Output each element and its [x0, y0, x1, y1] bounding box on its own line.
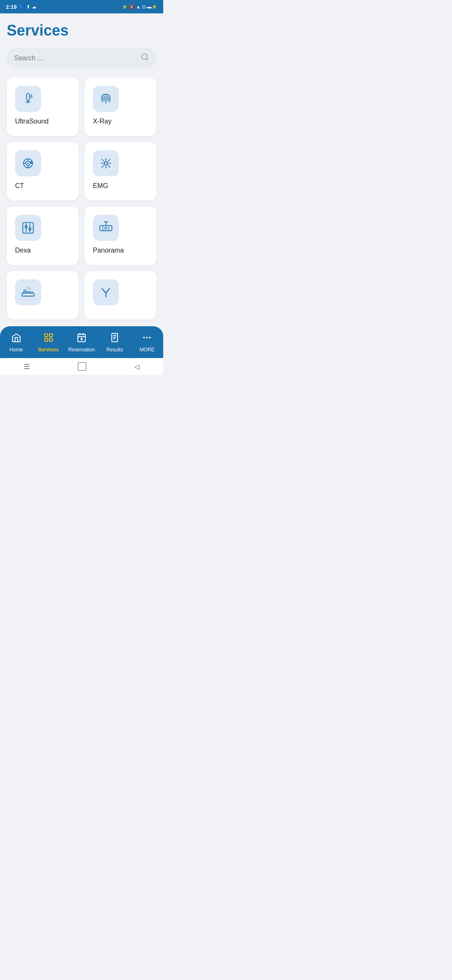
reservation-icon [77, 333, 87, 345]
service-card-ultrasound[interactable]: UltraSound [7, 77, 79, 136]
svg-point-26 [109, 159, 110, 160]
services-grid: UltraSound X-Ray [7, 77, 157, 326]
emg-icon-bg [93, 150, 119, 176]
android-nav: ☰ ◁ [0, 358, 163, 375]
nav-results[interactable]: Results [102, 333, 127, 353]
svg-point-27 [101, 163, 102, 164]
svg-point-28 [110, 163, 111, 164]
bt-icon: ⚡ [122, 4, 128, 10]
svg-rect-47 [49, 334, 52, 337]
services-label: Services [38, 347, 59, 353]
services-icon [44, 333, 54, 345]
battery-icon: ▬⚡ [147, 4, 157, 10]
xray-label: X-Ray [93, 118, 111, 125]
dexa-icon-bg [15, 215, 41, 241]
service-card-xray[interactable]: X-Ray [85, 77, 157, 136]
main-content: Services U [0, 13, 163, 326]
search-input[interactable] [14, 54, 137, 62]
status-right: ⚡ 🔇 ▲ ⊡ ▬⚡ [122, 4, 157, 10]
svg-point-40 [105, 227, 107, 229]
search-bar[interactable] [7, 48, 157, 68]
service-card-panorama[interactable]: Panorama [85, 206, 157, 265]
bluetooth-icon: 🔵 [18, 4, 25, 10]
page-title: Services [7, 22, 157, 39]
ct-label: CT [15, 182, 24, 190]
svg-rect-41 [22, 293, 34, 296]
screen-icon: ⊡ [142, 4, 146, 10]
mute-icon: 🔇 [129, 4, 135, 10]
search-icon [141, 53, 149, 63]
svg-point-11 [27, 162, 29, 164]
cloud-icon: ☁ [32, 4, 36, 10]
dexa-label: Dexa [15, 247, 31, 254]
nav-home[interactable]: Home [4, 333, 29, 353]
svg-point-60 [143, 337, 145, 338]
ultrasound-label: UltraSound [15, 118, 49, 125]
status-bar: 2:19 🔵 ⬆ ☁ ⚡ 🔇 ▲ ⊡ ▬⚡ [0, 0, 163, 13]
nav-reservation[interactable]: Reservation [68, 333, 95, 353]
service-card-8[interactable] [85, 271, 157, 320]
usb-icon: ⬆ [26, 4, 30, 10]
status-left: 2:19 🔵 ⬆ ☁ [6, 4, 36, 10]
nav-services[interactable]: Services [36, 333, 61, 353]
svg-rect-48 [45, 338, 48, 341]
service7-icon-bg [15, 279, 41, 305]
android-home-icon[interactable] [78, 362, 86, 371]
service8-icon-bg [93, 279, 119, 305]
android-menu-icon[interactable]: ☰ [24, 363, 30, 371]
emg-label: EMG [93, 182, 108, 190]
xray-icon-bg [93, 86, 119, 112]
svg-rect-35 [100, 226, 112, 231]
service-card-dexa[interactable]: Dexa [7, 206, 79, 265]
service-card-emg[interactable]: EMG [85, 142, 157, 201]
home-label: Home [10, 347, 23, 353]
results-label: Results [106, 347, 123, 353]
service-card-ct[interactable]: CT [7, 142, 79, 201]
home-icon [11, 333, 21, 345]
svg-point-23 [102, 159, 103, 160]
svg-line-1 [146, 59, 148, 60]
svg-point-24 [109, 167, 110, 168]
svg-point-22 [105, 167, 107, 168]
bottom-nav: Home Services Reservation [0, 326, 163, 358]
results-icon [110, 333, 120, 345]
ultrasound-icon-bg [15, 86, 41, 112]
more-label: MORE [139, 347, 154, 353]
wifi-icon: ▲ [136, 4, 141, 9]
ct-icon-bg [15, 150, 41, 176]
svg-rect-49 [49, 338, 52, 341]
status-time: 2:19 [6, 4, 17, 10]
service-card-7[interactable] [7, 271, 79, 320]
svg-point-25 [102, 167, 103, 168]
svg-point-62 [149, 337, 151, 338]
svg-point-21 [105, 158, 107, 160]
svg-point-61 [146, 337, 148, 338]
svg-point-12 [104, 162, 107, 165]
panorama-label: Panorama [93, 247, 124, 254]
svg-rect-2 [26, 93, 29, 100]
nav-more[interactable]: MORE [134, 333, 159, 353]
more-icon [142, 333, 152, 345]
panorama-icon-bg [93, 215, 119, 241]
android-back-icon[interactable]: ◁ [134, 363, 139, 371]
reservation-label: Reservation [68, 347, 95, 353]
svg-rect-46 [45, 334, 48, 337]
